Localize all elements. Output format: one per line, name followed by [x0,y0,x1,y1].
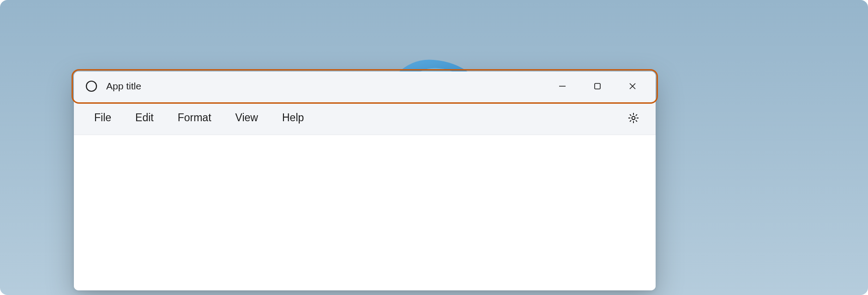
menu-file[interactable]: File [88,108,118,128]
close-button[interactable] [615,71,650,101]
settings-button[interactable] [625,110,642,126]
menu-help[interactable]: Help [276,108,310,128]
titlebar[interactable]: App title [74,71,656,101]
close-icon [628,82,637,90]
content-area [74,135,656,290]
menubar: File Edit Format View Help [74,101,656,135]
app-icon [85,80,98,93]
svg-rect-2 [595,83,600,89]
window-controls [545,71,650,101]
svg-point-0 [86,81,96,91]
svg-point-5 [632,116,635,119]
menu-edit[interactable]: Edit [129,108,160,128]
app-title: App title [106,81,545,92]
application-window: App title File Edit Format [74,71,656,290]
maximize-icon [593,82,602,90]
menu-format[interactable]: Format [171,108,218,128]
maximize-button[interactable] [580,71,615,101]
gear-icon [627,112,639,124]
menu-view[interactable]: View [229,108,265,128]
minimize-icon [558,82,567,90]
minimize-button[interactable] [545,71,580,101]
